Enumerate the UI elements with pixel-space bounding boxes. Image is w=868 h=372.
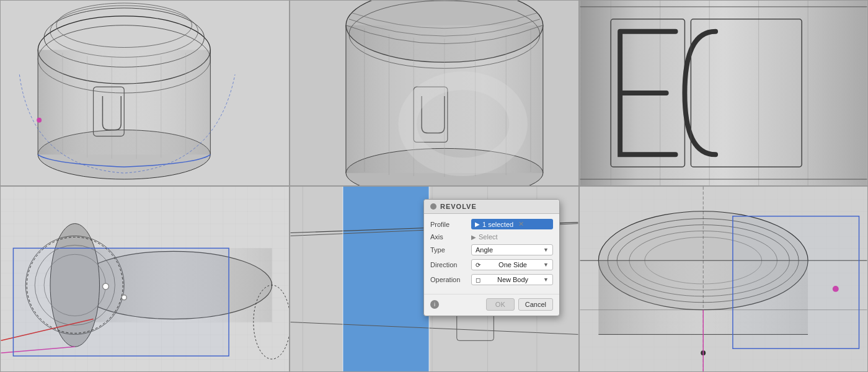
axis-input[interactable]: ▶ Select [471,233,553,241]
dialog-title: REVOLVE [440,203,477,210]
profile-input[interactable]: ▶ 1 selected ✕ [471,219,553,229]
ok-button[interactable]: OK [486,298,515,311]
direction-dropdown-arrow: ▼ [543,262,549,268]
viewport-6[interactable] [579,186,868,372]
svg-rect-56 [13,248,229,356]
direction-value: One Side [498,261,527,268]
footer-buttons: OK Cancel [486,298,553,311]
svg-point-17 [37,118,42,123]
operation-value: New Body [497,276,528,283]
operation-row: Operation ◻ New Body ▼ [430,274,553,285]
operation-dropdown-arrow: ▼ [543,277,549,283]
viewport-3[interactable] [579,0,868,186]
svg-point-57 [102,283,108,290]
svg-rect-61 [343,187,429,371]
viewport-1[interactable] [0,0,290,186]
operation-label: Operation [430,276,467,283]
type-value: Angle [476,246,493,254]
type-dropdown[interactable]: Angle ▼ [471,244,553,255]
dialog-body: Profile ▶ 1 selected ✕ Axis ▶ Select [424,214,559,294]
dialog-footer: i OK Cancel [424,294,559,316]
viewport-4[interactable] [0,186,290,372]
type-label: Type [430,246,467,254]
profile-clear-button[interactable]: ✕ [518,220,524,228]
type-dropdown-arrow: ▼ [543,247,549,253]
dialog-title-bar: REVOLVE [424,200,559,214]
viewport-2[interactable] [290,0,579,186]
axis-placeholder: Select [479,233,498,241]
direction-dropdown[interactable]: ⟳ One Side ▼ [471,259,553,270]
direction-label: Direction [430,261,467,268]
operation-dropdown[interactable]: ◻ New Body ▼ [471,274,553,285]
svg-point-58 [122,295,126,300]
dialog-title-dot [430,203,436,210]
viewport-grid: REVOLVE Profile ▶ 1 selected ✕ Axis ▶ [0,0,868,372]
direction-row: Direction ⟳ One Side ▼ [430,259,553,270]
revolve-dialog: REVOLVE Profile ▶ 1 selected ✕ Axis ▶ [423,199,560,316]
profile-value: 1 selected [482,221,513,228]
cancel-button[interactable]: Cancel [518,298,553,311]
type-row: Type Angle ▼ [430,244,553,255]
svg-rect-85 [733,216,859,349]
info-icon[interactable]: i [430,300,439,309]
axis-label: Axis [430,233,467,241]
profile-label: Profile [430,221,467,228]
profile-row: Profile ▶ 1 selected ✕ [430,219,553,229]
axis-row: Axis ▶ Select [430,233,553,241]
viewport-5[interactable]: REVOLVE Profile ▶ 1 selected ✕ Axis ▶ [290,186,579,372]
